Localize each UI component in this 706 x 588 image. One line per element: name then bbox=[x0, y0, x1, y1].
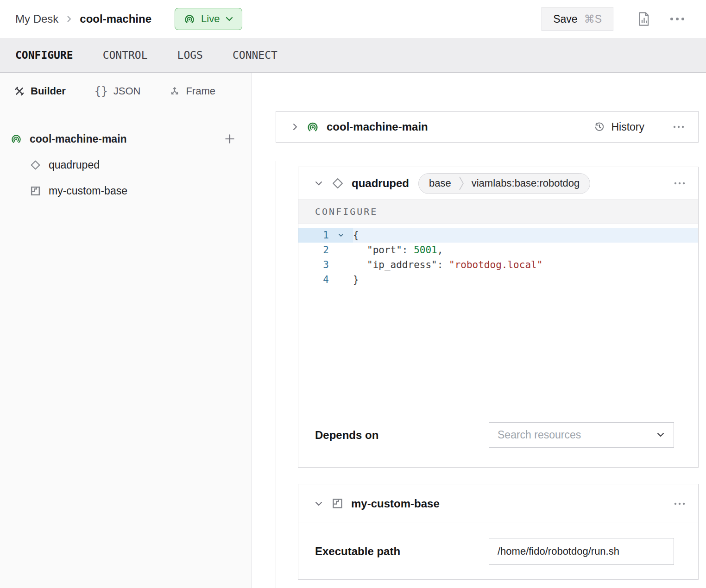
executable-path-input[interactable] bbox=[489, 538, 674, 565]
tree-item-quadruped[interactable]: quadruped bbox=[0, 152, 251, 178]
save-button[interactable]: Save ⌘S bbox=[542, 7, 613, 31]
chart-file-icon bbox=[637, 12, 650, 26]
frame-axes-icon bbox=[169, 86, 180, 97]
editor-line: 1 { bbox=[298, 228, 698, 243]
mode-json-label: JSON bbox=[113, 85, 141, 97]
line-number: 3 bbox=[298, 257, 329, 272]
builder-tools-icon bbox=[14, 86, 25, 97]
indent-guide-line bbox=[276, 161, 276, 588]
code-text: { bbox=[353, 228, 698, 243]
live-status-label: Live bbox=[201, 13, 220, 25]
tab-connect[interactable]: CONNECT bbox=[233, 47, 277, 63]
machine-name: cool-machine bbox=[80, 13, 151, 25]
save-shortcut: ⌘S bbox=[584, 13, 602, 25]
executable-path-row: Executable path bbox=[298, 523, 698, 579]
braces-icon: {} bbox=[95, 85, 108, 98]
ellipsis-icon bbox=[673, 502, 686, 506]
live-status-badge[interactable]: Live bbox=[175, 8, 242, 30]
executable-path-label: Executable path bbox=[315, 545, 400, 558]
my-custom-base-card: my-custom-base Executable path bbox=[298, 484, 699, 580]
header-overflow-button[interactable] bbox=[669, 17, 686, 21]
add-component-button[interactable] bbox=[224, 133, 236, 145]
broadcast-icon bbox=[183, 13, 195, 25]
tab-logs[interactable]: LOGS bbox=[177, 47, 203, 63]
line-number: 4 bbox=[298, 272, 329, 287]
badge-separator-chevron-icon bbox=[459, 175, 464, 191]
machine-part-title: cool-machine-main bbox=[327, 120, 428, 133]
machine-card-menu-button[interactable] bbox=[672, 125, 685, 129]
fold-toggle[interactable] bbox=[329, 228, 353, 243]
collapse-my-custom-base-button[interactable] bbox=[314, 500, 324, 507]
top-bar-actions: Save ⌘S bbox=[542, 7, 686, 31]
broadcast-icon bbox=[306, 120, 319, 133]
chevron-right-icon bbox=[291, 121, 299, 132]
machine-part-card: cool-machine-main History bbox=[276, 111, 699, 143]
tree-item-my-custom-base[interactable]: my-custom-base bbox=[0, 178, 251, 204]
breadcrumb-chevron-icon bbox=[66, 14, 72, 24]
depends-on-select[interactable]: Search resources bbox=[489, 422, 674, 448]
machine-report-button[interactable] bbox=[637, 12, 650, 26]
my-custom-base-title: my-custom-base bbox=[351, 497, 440, 510]
model-badge-label: viamlabs:base:robotdog bbox=[472, 177, 580, 189]
tree-item-quadruped-label: quadruped bbox=[49, 159, 100, 171]
mode-builder[interactable]: Builder bbox=[14, 85, 66, 97]
breadcrumb: My Desk cool-machine bbox=[15, 13, 151, 25]
depends-on-placeholder: Search resources bbox=[498, 429, 656, 441]
my-custom-base-menu-button[interactable] bbox=[673, 502, 686, 506]
broadcast-icon bbox=[10, 133, 22, 145]
breadcrumb-parent-link[interactable]: My Desk bbox=[15, 13, 58, 25]
tree-item-my-custom-base-label: my-custom-base bbox=[49, 185, 127, 197]
top-bar: My Desk cool-machine Live Save ⌘S bbox=[0, 0, 706, 38]
editor-line: 4 } bbox=[298, 272, 698, 287]
resource-type-badge: base viamlabs:base:robotdog bbox=[418, 173, 590, 194]
chevron-down-icon bbox=[338, 233, 344, 238]
mode-json[interactable]: {} JSON bbox=[95, 85, 141, 98]
editor-line: 3 "ip_address": "robotdog.local" bbox=[298, 257, 698, 272]
tab-control[interactable]: CONTROL bbox=[103, 47, 148, 63]
expand-machine-card-button[interactable] bbox=[291, 121, 299, 132]
plus-icon bbox=[224, 133, 236, 145]
line-number: 2 bbox=[298, 243, 329, 257]
code-text: "ip_address": "robotdog.local" bbox=[353, 257, 698, 272]
quadruped-card-menu-button[interactable] bbox=[673, 181, 686, 185]
ellipsis-icon bbox=[673, 181, 686, 185]
code-text: } bbox=[353, 272, 698, 287]
tab-configure[interactable]: CONFIGURE bbox=[15, 47, 73, 63]
history-label: History bbox=[611, 121, 644, 133]
quadruped-card-header: quadruped base viamlabs:base:robotdog bbox=[298, 167, 698, 200]
chevron-down-icon bbox=[656, 432, 665, 438]
quadruped-title: quadruped bbox=[352, 177, 409, 190]
save-label: Save bbox=[553, 13, 577, 25]
history-button[interactable]: History bbox=[593, 121, 644, 133]
config-sidebar: Builder {} JSON Frame cool-machine-main bbox=[0, 73, 252, 588]
type-badge-label: base bbox=[429, 177, 451, 189]
mode-frame-label: Frame bbox=[186, 85, 215, 97]
line-number: 1 bbox=[298, 228, 329, 243]
depends-on-label: Depends on bbox=[315, 429, 378, 442]
diamond-icon bbox=[30, 159, 41, 171]
depends-on-row: Depends on Search resources bbox=[298, 422, 698, 448]
chevron-down-icon bbox=[314, 180, 324, 187]
mode-builder-label: Builder bbox=[31, 85, 66, 97]
view-mode-switcher: Builder {} JSON Frame bbox=[0, 73, 251, 110]
module-icon bbox=[331, 497, 344, 510]
quadruped-card: quadruped base viamlabs:base:robotdog CO… bbox=[298, 167, 699, 468]
ellipsis-icon bbox=[672, 125, 685, 129]
collapse-quadruped-button[interactable] bbox=[314, 180, 324, 187]
mode-frame[interactable]: Frame bbox=[169, 85, 215, 97]
ellipsis-icon bbox=[669, 17, 686, 21]
code-text: "port": 5001, bbox=[353, 243, 698, 257]
chevron-down-icon bbox=[225, 16, 233, 22]
my-custom-base-card-header: my-custom-base bbox=[298, 484, 698, 523]
module-icon bbox=[30, 185, 41, 197]
diamond-icon bbox=[331, 177, 344, 190]
config-main-panel: cool-machine-main History quadruped base bbox=[252, 73, 706, 588]
tree-item-machine-label: cool-machine-main bbox=[30, 133, 127, 145]
attributes-json-editor[interactable]: 1 { 2 "port": 5001, 3 "ip_address": "rob… bbox=[298, 224, 698, 422]
editor-line: 2 "port": 5001, bbox=[298, 243, 698, 257]
tree-item-machine[interactable]: cool-machine-main bbox=[0, 126, 251, 152]
history-icon bbox=[593, 121, 605, 133]
page-tabs: CONFIGURE CONTROL LOGS CONNECT bbox=[0, 38, 706, 73]
chevron-down-icon bbox=[314, 500, 324, 507]
resource-tree: cool-machine-main quadruped my-custom-ba… bbox=[0, 110, 251, 204]
